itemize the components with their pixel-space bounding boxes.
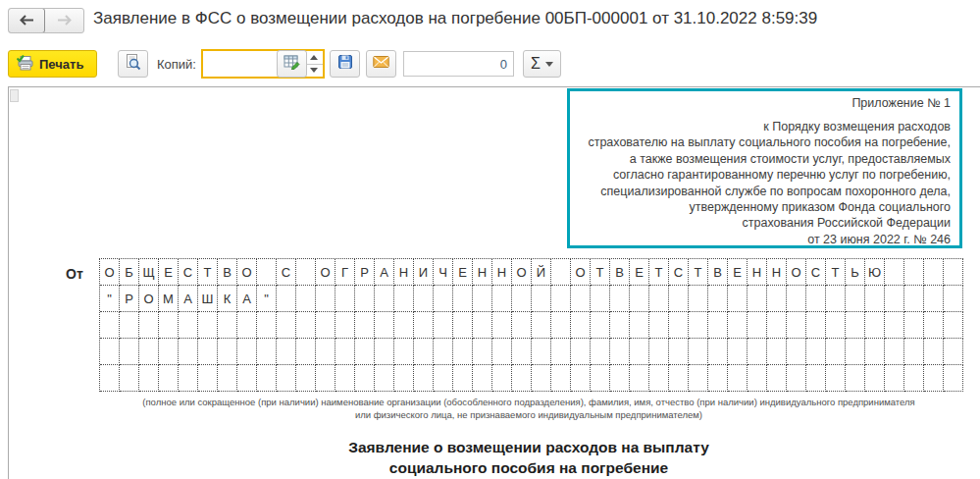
forward-arrow-icon [57,12,72,29]
name-grid-cell: Е [453,259,473,286]
back-button[interactable] [8,8,45,33]
document-top-border [8,86,980,87]
name-grid-cell [649,286,669,312]
save-button[interactable] [330,50,360,78]
name-grid-cell [512,286,532,312]
name-grid-cell: Р [120,286,139,312]
name-grid-cell: Б [120,259,139,286]
name-grid-cell [257,365,277,392]
name-grid-cell [159,312,179,339]
email-icon [373,55,389,73]
triangle-down-icon [310,68,318,73]
window: Заявление в ФСС о возмещении расходов на… [0,0,980,479]
back-arrow-icon [20,12,34,29]
spin-down-button[interactable] [305,65,323,78]
name-grid-cell [669,312,689,339]
from-label: От [66,266,83,282]
name-grid-cell [767,339,787,365]
name-grid-cell: " [257,286,277,312]
edit-spreadsheet-icon [284,54,300,74]
name-grid-cell [375,339,394,365]
name-grid-cell [257,339,277,365]
name-grid-cell [806,339,826,365]
name-grid-row [100,365,963,392]
spreadsheet-corner-cell [10,89,19,102]
name-grid-cell [826,365,846,392]
name-grid-cell [728,339,748,365]
name-grid-cell [610,339,630,365]
name-grid-cell [787,339,806,365]
preview-button[interactable] [118,50,148,78]
name-grid-cell [571,365,591,392]
name-grid-cell [865,286,885,312]
name-grid-cell [787,365,806,392]
name-grid-cell: Е [728,259,748,286]
name-grid-cell [237,339,257,365]
name-grid-cell [512,339,532,365]
name-grid-cell [355,312,375,339]
appendix-line: утвержденному приказом Фонда социального [574,199,951,215]
name-grid-cell [394,365,414,392]
name-grid-cell [865,365,885,392]
forward-button[interactable] [45,9,82,32]
name-grid-cell [414,365,434,392]
name-grid-cell [846,286,865,312]
name-grid-cell [492,339,512,365]
name-grid-cell [335,286,355,312]
name-grid-cell [748,339,767,365]
sum-dropdown-button[interactable]: Σ [523,50,561,78]
print-button[interactable]: Печать [8,50,97,78]
name-grid-cell [296,339,316,365]
name-grid-cell: В [218,259,237,286]
name-grid-cell [728,365,748,392]
name-grid-cell [237,312,257,339]
print-button-label: Печать [39,57,83,72]
name-grid-cell [551,259,571,286]
name-grid-cell: Т [198,259,218,286]
name-grid-cell [139,365,159,392]
name-grid-cell [728,312,748,339]
spin-up-button[interactable] [305,51,323,65]
name-grid-cell [434,312,453,339]
name-grid-cell: Ь [846,259,865,286]
edit-spreadsheet-button[interactable] [277,50,307,78]
name-grid-cell [453,365,473,392]
email-button[interactable] [366,50,396,78]
name-grid-cell [669,339,689,365]
name-grid-cell [806,312,826,339]
appendix-title: Приложение № 1 [574,95,951,112]
name-grid-cell [532,365,551,392]
name-grid-cell [277,286,296,312]
name-grid-cell: " [100,286,120,312]
name-grid-cell [512,365,532,392]
name-grid-cell [944,286,963,312]
name-grid-cell [846,312,865,339]
name-grid-cell [120,339,139,365]
name-grid-cell [885,312,904,339]
name-grid-cell [649,312,669,339]
name-grid-cell [532,339,551,365]
name-grid-cell: С [806,259,826,286]
name-grid-cell [139,339,159,365]
name-grid-cell [120,312,139,339]
copies-label: Копий: [157,57,196,72]
name-grid-cell [551,365,571,392]
name-grid-cell [806,365,826,392]
name-grid-cell [473,339,492,365]
name-grid-cell: Ч [434,259,453,286]
name-grid-cell [198,365,218,392]
heading-line: социального пособия на погребение [94,457,963,478]
name-grid-cell [218,365,237,392]
name-grid-cell [865,339,885,365]
appendix-line: согласно гарантированному перечню услуг … [574,167,951,183]
name-grid-cell [159,339,179,365]
name-grid-cell [453,339,473,365]
name-grid-cell [218,312,237,339]
name-grid-cell [434,365,453,392]
caption-line: или физического лица, не признаваемого и… [94,409,963,422]
name-grid-cell [335,339,355,365]
counter-field[interactable] [403,51,514,77]
name-grid-row: ОБЩЕСТВОСОГРАНИЧЕННОЙОТВЕТСТВЕННОСТЬЮ [100,259,963,286]
name-grid-cell [394,339,414,365]
appendix-line: страхования Российской Федерации [574,215,951,231]
